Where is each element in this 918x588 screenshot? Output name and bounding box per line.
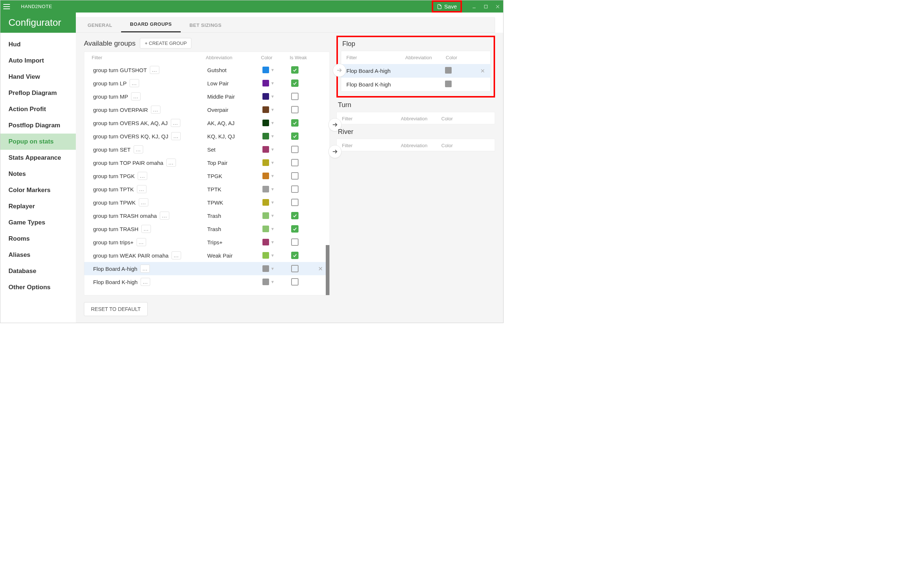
delete-row-icon[interactable]: ✕ <box>318 265 323 272</box>
color-swatch[interactable] <box>262 252 269 258</box>
color-swatch[interactable] <box>262 212 269 219</box>
street-row[interactable]: Flop Board K-high <box>341 78 490 91</box>
sidebar-item-notes[interactable]: Notes <box>0 166 76 182</box>
chevron-down-icon[interactable]: ▼ <box>270 279 275 284</box>
save-button[interactable]: Save <box>433 2 461 11</box>
sidebar-item-preflop-diagram[interactable]: Preflop Diagram <box>0 85 76 101</box>
group-row[interactable]: group turn TRASH omaha...Trash▼ <box>84 209 330 222</box>
filter-ellipsis-button[interactable]: ... <box>160 212 169 220</box>
chevron-down-icon[interactable]: ▼ <box>270 267 275 271</box>
create-group-button[interactable]: + CREATE GROUP <box>140 38 191 48</box>
close-icon[interactable] <box>495 4 500 9</box>
group-row[interactable]: group turn MP...Middle Pair▼ <box>84 90 330 103</box>
group-row[interactable]: group turn TRASH...Trash▼ <box>84 222 330 236</box>
color-swatch[interactable] <box>445 81 452 87</box>
is-weak-checkbox[interactable] <box>291 252 299 259</box>
color-swatch[interactable] <box>445 67 452 74</box>
chevron-down-icon[interactable]: ▼ <box>270 94 275 99</box>
sidebar-item-rooms[interactable]: Rooms <box>0 231 76 247</box>
group-row[interactable]: group turn TPGK...TPGK▼ <box>84 169 330 183</box>
sidebar-item-game-types[interactable]: Game Types <box>0 215 76 231</box>
filter-ellipsis-button[interactable]: ... <box>140 265 150 273</box>
filter-ellipsis-button[interactable]: ... <box>131 92 141 100</box>
chevron-down-icon[interactable]: ▼ <box>270 68 275 72</box>
is-weak-checkbox[interactable] <box>291 66 299 74</box>
chevron-down-icon[interactable]: ▼ <box>270 227 275 231</box>
sidebar-item-stats-appearance[interactable]: Stats Appearance <box>0 150 76 166</box>
sidebar-item-aliases[interactable]: Aliases <box>0 247 76 263</box>
sidebar-item-auto-import[interactable]: Auto Import <box>0 53 76 69</box>
color-swatch[interactable] <box>262 93 269 100</box>
chevron-down-icon[interactable]: ▼ <box>270 134 275 138</box>
group-row[interactable]: Flop Board K-high...▼ <box>84 275 330 289</box>
groups-table-body[interactable]: group turn GUTSHOT...Gutshot▼group turn … <box>84 63 330 295</box>
sidebar-item-hud[interactable]: Hud <box>0 36 76 53</box>
filter-ellipsis-button[interactable]: ... <box>151 106 160 114</box>
move-to-street-button[interactable] <box>333 64 346 77</box>
chevron-down-icon[interactable]: ▼ <box>270 121 275 125</box>
sidebar-item-action-profit[interactable]: Action Profit <box>0 101 76 117</box>
hamburger-icon[interactable] <box>3 2 12 11</box>
reset-to-default-button[interactable]: RESET TO DEFAULT <box>84 302 148 316</box>
group-row[interactable]: group turn WEAK PAIR omaha...Weak Pair▼ <box>84 249 330 262</box>
chevron-down-icon[interactable]: ▼ <box>270 160 275 165</box>
sidebar-item-replayer[interactable]: Replayer <box>0 198 76 215</box>
filter-ellipsis-button[interactable]: ... <box>171 119 180 127</box>
sidebar-item-database[interactable]: Database <box>0 263 76 279</box>
filter-ellipsis-button[interactable]: ... <box>171 132 181 140</box>
chevron-down-icon[interactable]: ▼ <box>270 107 275 112</box>
is-weak-checkbox[interactable] <box>291 278 299 286</box>
filter-ellipsis-button[interactable]: ... <box>141 225 151 233</box>
move-to-street-button[interactable] <box>328 145 342 158</box>
is-weak-checkbox[interactable] <box>291 265 299 272</box>
is-weak-checkbox[interactable] <box>291 106 299 113</box>
is-weak-checkbox[interactable] <box>291 186 299 193</box>
delete-row-icon[interactable]: ✕ <box>480 68 485 74</box>
chevron-down-icon[interactable]: ▼ <box>270 81 275 86</box>
is-weak-checkbox[interactable] <box>291 93 299 100</box>
color-swatch[interactable] <box>262 199 269 206</box>
sidebar-item-other-options[interactable]: Other Options <box>0 279 76 296</box>
sidebar-item-hand-view[interactable]: Hand View <box>0 69 76 85</box>
color-swatch[interactable] <box>262 133 269 139</box>
filter-ellipsis-button[interactable]: ... <box>137 185 147 193</box>
chevron-down-icon[interactable]: ▼ <box>270 213 275 218</box>
is-weak-checkbox[interactable] <box>291 199 299 206</box>
color-swatch[interactable] <box>262 173 269 179</box>
filter-ellipsis-button[interactable]: ... <box>150 66 159 74</box>
filter-ellipsis-button[interactable]: ... <box>141 278 150 286</box>
is-weak-checkbox[interactable] <box>291 146 299 153</box>
group-row[interactable]: group turn OVERS KQ, KJ, QJ...KQ, KJ, QJ… <box>84 129 330 143</box>
group-row[interactable]: group turn TPWK...TPWK▼ <box>84 196 330 209</box>
sidebar-item-popup-on-stats[interactable]: Popup on stats <box>0 134 76 150</box>
filter-ellipsis-button[interactable]: ... <box>166 158 176 167</box>
is-weak-checkbox[interactable] <box>291 119 299 127</box>
sidebar-item-color-markers[interactable]: Color Markers <box>0 182 76 198</box>
color-swatch[interactable] <box>262 146 269 153</box>
color-swatch[interactable] <box>262 80 269 86</box>
group-row[interactable]: group turn TPTK...TPTK▼ <box>84 183 330 196</box>
street-row[interactable]: Flop Board A-high✕ <box>341 64 490 78</box>
chevron-down-icon[interactable]: ▼ <box>270 147 275 152</box>
chevron-down-icon[interactable]: ▼ <box>270 200 275 205</box>
is-weak-checkbox[interactable] <box>291 172 299 179</box>
is-weak-checkbox[interactable] <box>291 238 299 246</box>
is-weak-checkbox[interactable] <box>291 132 299 140</box>
is-weak-checkbox[interactable] <box>291 79 299 87</box>
filter-ellipsis-button[interactable]: ... <box>129 79 139 87</box>
color-swatch[interactable] <box>262 226 269 232</box>
is-weak-checkbox[interactable] <box>291 159 299 166</box>
maximize-icon[interactable] <box>483 4 488 9</box>
color-swatch[interactable] <box>262 107 269 113</box>
group-row[interactable]: group turn trips+...Trips+▼ <box>84 236 330 249</box>
color-swatch[interactable] <box>262 66 269 73</box>
chevron-down-icon[interactable]: ▼ <box>270 187 275 191</box>
color-swatch[interactable] <box>262 265 269 272</box>
tab-board-groups[interactable]: BOARD GROUPS <box>121 17 181 32</box>
chevron-down-icon[interactable]: ▼ <box>270 253 275 258</box>
group-row[interactable]: group turn TOP PAIR omaha...Top Pair▼ <box>84 156 330 169</box>
filter-ellipsis-button[interactable]: ... <box>171 251 181 259</box>
color-swatch[interactable] <box>262 239 269 246</box>
sidebar-item-postflop-diagram[interactable]: Postflop Diagram <box>0 117 76 134</box>
color-swatch[interactable] <box>262 279 269 285</box>
